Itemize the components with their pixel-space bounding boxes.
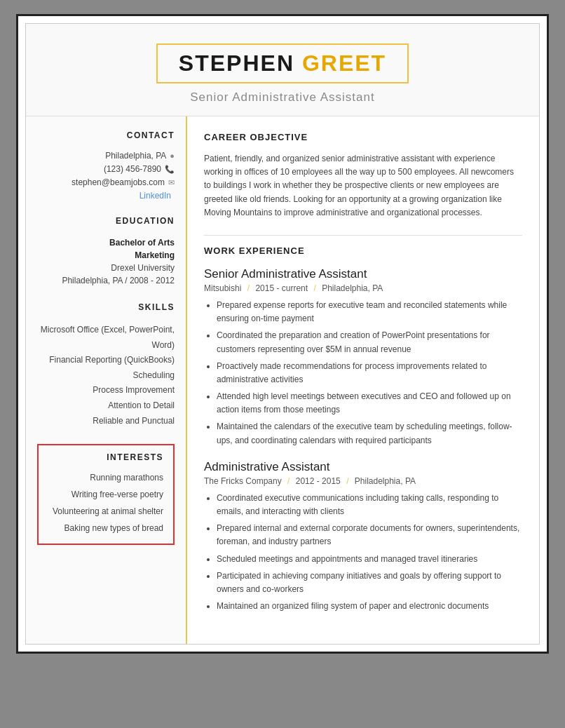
last-name: GREET <box>302 50 386 76</box>
skill-item: Process Improvement <box>37 383 175 398</box>
phone-text: (123) 456-7890 <box>104 164 161 174</box>
job-2-location: Philadelphia, PA <box>355 476 416 486</box>
education-section: EDUCATION Bachelor of Arts Marketing Dre… <box>37 216 175 287</box>
contact-linkedin[interactable]: LinkedIn ​ <box>37 191 175 201</box>
bullet-item: Proactively made recommendations for pro… <box>217 360 522 386</box>
sep-3: / <box>287 476 290 486</box>
interests-title: INTERESTS <box>48 452 163 462</box>
right-column: CAREER OBJECTIVE Patient, friendly, and … <box>187 116 539 644</box>
interest-item: Volunteering at animal shelter <box>48 503 163 520</box>
job-subtitle: Senior Administrative Assistant <box>40 90 525 105</box>
first-name: STEPHEN <box>179 50 294 76</box>
skills-title: SKILLS <box>37 302 175 316</box>
skill-item: Financial Reporting (QuickBooks) <box>37 353 175 368</box>
phone-icon: 📞 <box>165 165 175 174</box>
interests-list: Running marathons Writing free-verse poe… <box>48 469 163 537</box>
job-1-location: Philadelphia, PA <box>322 283 383 293</box>
skills-section: SKILLS Microsoft Office (Excel, PowerPoi… <box>37 302 175 429</box>
bullet-item: Prepared expense reports for executive t… <box>217 299 522 325</box>
job-1-title: Senior Administrative Assistant <box>204 267 522 281</box>
interest-item: Writing free-verse poetry <box>48 486 163 503</box>
interests-section: INTERESTS Running marathons Writing free… <box>37 444 175 545</box>
email-icon: ✉ <box>168 178 175 187</box>
skill-item: Reliable and Punctual <box>37 414 175 429</box>
job-2: Administrative Assistant The Fricks Comp… <box>204 460 522 614</box>
skill-item: Attention to Detail <box>37 398 175 414</box>
location-icon: ● <box>170 151 175 160</box>
work-experience-section: WORK EXPERIENCE Senior Administrative As… <box>204 245 522 613</box>
job-1-meta: Mitsubishi / 2015 - current / Philadelph… <box>204 283 522 293</box>
job-2-title: Administrative Assistant <box>204 460 522 474</box>
job-2-meta: The Fricks Company / 2012 - 2015 / Phila… <box>204 476 522 486</box>
job-2-period: 2012 - 2015 <box>296 476 341 486</box>
bullet-item: Maintained an organized filing system of… <box>217 600 522 613</box>
contact-email: stephen@beamjobs.com ✉ <box>37 177 175 187</box>
skills-list: Microsoft Office (Excel, PowerPoint, Wor… <box>37 323 175 429</box>
email-text: stephen@beamjobs.com <box>72 177 165 187</box>
linkedin-link[interactable]: LinkedIn <box>139 191 171 201</box>
degree-name: Bachelor of Arts <box>37 236 175 249</box>
skill-item: Microsoft Office (Excel, PowerPoint, Wor… <box>37 323 175 353</box>
career-objective-title: CAREER OBJECTIVE <box>204 132 522 145</box>
sep-4: / <box>346 476 348 486</box>
location-text: Philadelphia, PA <box>105 151 166 161</box>
header-section: STEPHEN GREET Senior Administrative Assi… <box>26 24 539 116</box>
career-objective-section: CAREER OBJECTIVE Patient, friendly, and … <box>204 132 522 220</box>
education-entry: Bachelor of Arts Marketing Drexel Univer… <box>37 236 175 287</box>
field-name: Marketing <box>37 249 175 262</box>
bullet-item: Coordinated the preparation and creation… <box>217 329 522 356</box>
bullet-item: Scheduled meetings and appointments and … <box>217 553 522 566</box>
body-layout: CONTACT Philadelphia, PA ● (123) 456-789… <box>26 116 539 644</box>
bullet-item: Prepared internal and external corporate… <box>217 522 522 548</box>
career-objective-text: Patient, friendly, and organized senior … <box>204 152 522 220</box>
sep-2: / <box>313 283 315 293</box>
contact-title: CONTACT <box>37 130 175 144</box>
edu-details: Philadelphia, PA / 2008 - 2012 <box>37 274 175 287</box>
bullet-item: Attended high level meetings between exe… <box>217 390 522 417</box>
job-2-company: The Fricks Company <box>204 476 282 486</box>
job-2-bullets: Coordinated executive communications inc… <box>204 492 522 614</box>
job-1: Senior Administrative Assistant Mitsubis… <box>204 267 522 447</box>
contact-section: CONTACT Philadelphia, PA ● (123) 456-789… <box>37 130 175 201</box>
job-1-company: Mitsubishi <box>204 283 241 293</box>
divider <box>204 235 522 236</box>
contact-location: Philadelphia, PA ● <box>37 151 175 161</box>
education-title: EDUCATION <box>37 216 175 229</box>
name-box: STEPHEN GREET <box>156 43 409 83</box>
job-1-bullets: Prepared expense reports for executive t… <box>204 299 522 447</box>
full-name: STEPHEN GREET <box>179 50 386 76</box>
left-column: CONTACT Philadelphia, PA ● (123) 456-789… <box>26 116 187 644</box>
bullet-item: Maintained the calendars of the executiv… <box>217 420 522 447</box>
interest-item: Baking new types of bread <box>48 520 163 537</box>
skill-item: Scheduling <box>37 368 175 384</box>
interest-item: Running marathons <box>48 469 163 486</box>
sep-1: / <box>247 283 250 293</box>
bullet-item: Coordinated executive communications inc… <box>217 492 522 518</box>
job-1-period: 2015 - current <box>255 283 308 293</box>
interests-box: INTERESTS Running marathons Writing free… <box>37 444 175 545</box>
contact-phone: (123) 456-7890 📞 <box>37 164 175 174</box>
bullet-item: Participated in achieving company initia… <box>217 569 522 596</box>
resume-inner: STEPHEN GREET Senior Administrative Assi… <box>25 23 540 645</box>
school-name: Drexel University <box>37 262 175 274</box>
resume-container: STEPHEN GREET Senior Administrative Assi… <box>16 14 549 654</box>
work-experience-title: WORK EXPERIENCE <box>204 245 522 259</box>
